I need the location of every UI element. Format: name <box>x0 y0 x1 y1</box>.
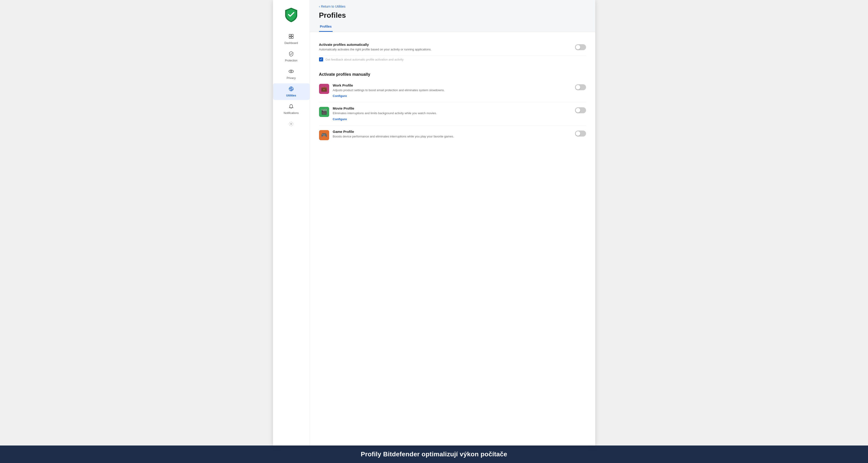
sidebar-item-settings[interactable] <box>273 118 310 130</box>
auto-activate-toggle[interactable] <box>575 44 586 50</box>
manual-profiles-section: Activate profiles manually 💼 Work Profil… <box>319 72 586 144</box>
game-profile-toggle[interactable] <box>575 130 586 136</box>
gamepad-icon: 🎮 <box>321 132 327 138</box>
sidebar: Dashboard Protection <box>273 0 310 445</box>
privacy-label: Privacy <box>286 76 296 80</box>
back-link[interactable]: ‹ Return to Utilities <box>319 5 586 8</box>
sidebar-item-notifications[interactable]: Notifications <box>273 101 310 117</box>
svg-point-7 <box>290 123 292 125</box>
banner-text: Profily Bitdefender optimalizují výkon p… <box>361 451 507 458</box>
page-header: ‹ Return to Utilities Profiles <box>310 0 595 20</box>
work-profile-desc: Adjusts product settings to boost email … <box>333 88 571 92</box>
game-profile-info: Game Profile Boosts device performance a… <box>333 130 571 140</box>
app-logo <box>283 7 299 24</box>
privacy-icon <box>288 69 294 75</box>
protection-icon <box>288 51 294 58</box>
main-content: ‹ Return to Utilities Profiles Profiles … <box>310 0 595 445</box>
movie-profile-name: Movie Profile <box>333 106 571 110</box>
sidebar-item-utilities[interactable]: Utilities <box>273 83 310 100</box>
work-profile-name: Work Profile <box>333 83 571 87</box>
utilities-label: Utilities <box>286 94 296 97</box>
clapperboard-icon: 🎬 <box>321 109 327 115</box>
svg-rect-3 <box>291 37 293 38</box>
manual-section-title: Activate profiles manually <box>319 72 586 77</box>
check-mark-icon: ✓ <box>320 58 322 61</box>
sidebar-item-protection[interactable]: Protection <box>273 48 310 65</box>
content-area: Activate profiles automatically Automati… <box>310 32 595 445</box>
chevron-left-icon: ‹ <box>319 5 320 8</box>
svg-point-4 <box>289 70 293 73</box>
auto-activate-title: Activate profiles automatically <box>319 42 570 47</box>
sidebar-item-dashboard[interactable]: Dashboard <box>273 31 310 48</box>
dashboard-label: Dashboard <box>284 41 298 45</box>
game-profile-desc: Boosts device performance and eliminates… <box>333 134 571 138</box>
game-profile-name: Game Profile <box>333 130 571 133</box>
work-profile-info: Work Profile Adjusts product settings to… <box>333 83 571 98</box>
auto-profiles-section: Activate profiles automatically Automati… <box>319 39 586 65</box>
movie-configure-link[interactable]: Configure <box>333 117 347 121</box>
protection-label: Protection <box>285 59 298 62</box>
auto-activate-row: Activate profiles automatically Automati… <box>319 39 586 56</box>
sidebar-nav: Dashboard Protection <box>273 31 310 130</box>
auto-activate-desc: Automatically activates the right profil… <box>319 48 570 52</box>
settings-icon <box>288 121 294 128</box>
game-profile-icon: 🎮 <box>319 130 329 140</box>
feedback-label: Get feedback about automatic profile act… <box>326 58 404 61</box>
work-profile-icon: 💼 <box>319 84 329 94</box>
movie-profile-toggle[interactable] <box>575 107 586 113</box>
notifications-icon <box>288 103 294 110</box>
svg-rect-2 <box>289 37 291 38</box>
briefcase-icon: 💼 <box>321 86 327 92</box>
svg-point-5 <box>290 71 292 72</box>
notifications-label: Notifications <box>284 112 299 115</box>
movie-profile-icon: 🎬 <box>319 107 329 117</box>
work-configure-link[interactable]: Configure <box>333 94 347 98</box>
tabs-bar: Profiles <box>310 22 595 32</box>
feedback-checkbox[interactable]: ✓ <box>319 57 323 61</box>
auto-activate-info: Activate profiles automatically Automati… <box>319 42 575 52</box>
work-profile-toggle[interactable] <box>575 84 586 90</box>
movie-profile-item: 🎬 Movie Profile Eliminates interruptions… <box>319 102 586 125</box>
page-title: Profiles <box>319 11 586 20</box>
dashboard-icon <box>288 34 294 40</box>
movie-profile-info: Movie Profile Eliminates interruptions a… <box>333 106 571 121</box>
work-profile-item: 💼 Work Profile Adjusts product settings … <box>319 79 586 102</box>
movie-profile-desc: Eliminates interruptions and limits back… <box>333 111 571 115</box>
svg-rect-1 <box>291 34 293 36</box>
tab-profiles[interactable]: Profiles <box>319 22 333 32</box>
sidebar-item-privacy[interactable]: Privacy <box>273 66 310 83</box>
feedback-checkbox-row: ✓ Get feedback about automatic profile a… <box>319 56 586 65</box>
utilities-icon <box>288 86 294 93</box>
game-profile-item: 🎮 Game Profile Boosts device performance… <box>319 125 586 144</box>
bottom-banner: Profily Bitdefender optimalizují výkon p… <box>0 445 868 463</box>
shield-icon <box>283 7 299 24</box>
svg-rect-0 <box>289 34 291 36</box>
